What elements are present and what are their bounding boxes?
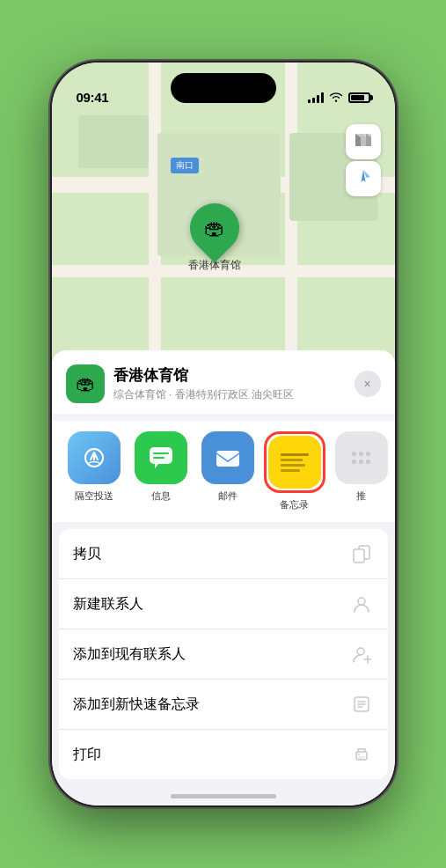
place-card: 🏟 香港体育馆 综合体育馆 · 香港特别行政区 油尖旺区 × <box>52 350 395 414</box>
signal-bar-4 <box>321 92 324 103</box>
more-dot <box>366 460 370 464</box>
battery-icon <box>348 92 370 103</box>
phone-screen: 09:41 <box>52 63 395 805</box>
location-pin[interactable]: 🏟 香港体育馆 <box>188 203 241 273</box>
airdrop-label: 隔空投送 <box>75 489 113 503</box>
action-add-contact[interactable]: 添加到现有联系人 <box>59 629 388 680</box>
svg-point-22 <box>358 754 360 755</box>
phone-frame: 09:41 <box>52 63 395 805</box>
status-time: 09:41 <box>77 90 109 105</box>
copy-icon <box>349 541 374 566</box>
mail-label: 邮件 <box>218 489 238 503</box>
place-header: 🏟 香港体育馆 综合体育馆 · 香港特别行政区 油尖旺区 × <box>66 364 381 403</box>
notes-icon <box>268 436 321 489</box>
bottom-sheet: 🏟 香港体育馆 综合体育馆 · 香港特别行政区 油尖旺区 × <box>52 350 395 805</box>
more-dot <box>352 460 356 464</box>
status-icons <box>308 91 370 105</box>
home-indicator <box>171 794 276 798</box>
action-quick-note[interactable]: 添加到新快速备忘录 <box>59 680 388 730</box>
pin-emoji: 🏟 <box>204 216 225 240</box>
share-item-airdrop[interactable]: 隔空投送 <box>66 431 122 511</box>
place-info: 香港体育馆 综合体育馆 · 香港特别行政区 油尖旺区 <box>113 365 346 402</box>
action-add-contact-label: 添加到现有联系人 <box>73 645 186 664</box>
share-item-notes[interactable]: 备忘录 <box>267 431 323 511</box>
new-contact-icon <box>349 592 374 616</box>
map-icon <box>354 130 373 154</box>
quick-note-icon <box>349 692 374 717</box>
svg-rect-5 <box>150 447 172 464</box>
close-icon: × <box>363 377 370 391</box>
location-button[interactable] <box>346 161 381 196</box>
action-copy-label: 拷贝 <box>73 545 101 563</box>
action-new-contact[interactable]: 新建联系人 <box>59 579 388 629</box>
message-label: 信息 <box>151 489 171 503</box>
signal-bar-1 <box>308 99 311 103</box>
more-dot <box>359 460 363 464</box>
battery-fill <box>351 95 364 100</box>
pin-dot <box>212 254 217 260</box>
action-new-contact-label: 新建联系人 <box>73 595 143 614</box>
action-quick-note-label: 添加到新快速备忘录 <box>73 695 200 714</box>
more-dot <box>359 452 363 456</box>
map-type-button[interactable] <box>346 124 381 159</box>
location-arrow-icon <box>355 169 371 189</box>
action-copy[interactable]: 拷贝 <box>59 529 388 579</box>
place-name: 香港体育馆 <box>113 365 346 386</box>
map-controls <box>346 124 381 196</box>
airdrop-icon <box>68 431 121 484</box>
place-icon: 🏟 <box>66 364 105 403</box>
notes-label: 备忘录 <box>280 498 309 511</box>
close-button[interactable]: × <box>355 371 381 397</box>
map-entrance-label: 南口 <box>171 158 199 173</box>
share-row: 隔空投送 信息 <box>52 421 395 522</box>
place-subtitle: 综合体育馆 · 香港特别行政区 油尖旺区 <box>113 387 346 402</box>
more-dot <box>352 452 356 456</box>
svg-rect-21 <box>358 756 365 760</box>
svg-rect-10 <box>354 549 364 563</box>
share-item-message[interactable]: 信息 <box>133 431 189 511</box>
mail-icon <box>201 431 254 484</box>
share-item-more[interactable]: 推 <box>333 431 390 511</box>
map-block <box>78 115 149 168</box>
more-label: 推 <box>356 489 366 503</box>
more-dot <box>366 452 370 456</box>
svg-point-12 <box>357 648 364 655</box>
print-icon <box>349 742 374 767</box>
notes-lines <box>281 453 309 472</box>
share-item-mail[interactable]: 邮件 <box>200 431 256 511</box>
action-list: 拷贝 新建联系人 <box>59 529 388 779</box>
action-print-label: 打印 <box>73 746 101 764</box>
wifi-icon <box>329 91 343 105</box>
signal-bar-2 <box>312 98 315 103</box>
more-icon <box>335 431 388 484</box>
add-contact-icon <box>349 642 374 666</box>
dynamic-island <box>171 73 276 103</box>
svg-point-11 <box>358 598 365 605</box>
message-icon <box>135 431 187 484</box>
action-print[interactable]: 打印 <box>59 730 388 779</box>
pin-circle: 🏟 <box>179 193 249 262</box>
signal-bar-3 <box>317 95 319 103</box>
svg-rect-8 <box>216 451 239 467</box>
signal-icon <box>308 92 324 103</box>
